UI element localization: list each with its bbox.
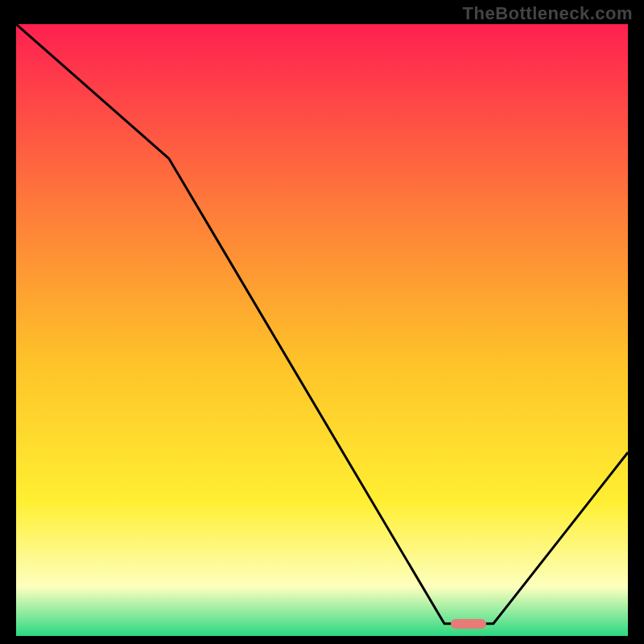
optimal-marker [451, 619, 486, 629]
gradient-background [16, 24, 628, 636]
plot-area [16, 24, 628, 636]
chart-svg [16, 24, 628, 636]
watermark-text: TheBottleneck.com [463, 3, 633, 24]
chart-frame: TheBottleneck.com [0, 0, 644, 644]
